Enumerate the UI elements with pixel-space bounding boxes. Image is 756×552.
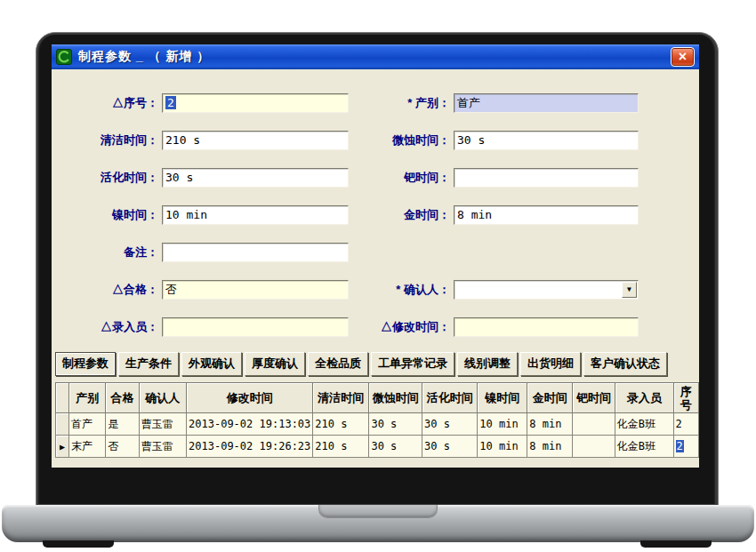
- cell[interactable]: 曹玉雷: [139, 436, 186, 458]
- column-header: 清洁时间: [313, 383, 369, 413]
- form-row-5: 备注：: [52, 243, 699, 262]
- weishi-input[interactable]: 30 s: [454, 131, 639, 150]
- tab-3[interactable]: 厚度确认: [245, 352, 305, 376]
- hege-input[interactable]: 否: [162, 280, 349, 300]
- column-header: 产别: [68, 383, 105, 413]
- qingjie-value: 210 s: [165, 133, 200, 147]
- grid: 产别合格确认人修改时间清洁时间微蚀时间活化时间镍时间金时间钯时间录入员序号首产是…: [55, 382, 699, 458]
- tab-1[interactable]: 生产条件: [118, 352, 179, 376]
- tab-0[interactable]: 制程参数: [55, 352, 116, 376]
- label-nietime: 镍时间：: [59, 205, 158, 225]
- hege-value: 否: [165, 283, 177, 296]
- column-header: 活化时间: [422, 383, 478, 413]
- row-selector-header: [56, 383, 69, 413]
- batime-input[interactable]: [454, 168, 639, 188]
- jintime-value: 8 min: [457, 208, 492, 221]
- cell[interactable]: 30 s: [422, 413, 478, 436]
- cell[interactable]: 化金B班: [615, 413, 673, 436]
- form-row-6: △合格： 否 * 确认人： ▼: [52, 280, 699, 300]
- column-header: 微蚀时间: [369, 383, 422, 413]
- row-selector-cell: [56, 413, 69, 436]
- label-beizhu: 备注：: [59, 243, 158, 262]
- column-header: 镍时间: [478, 383, 527, 413]
- table-row[interactable]: ▶末产否曹玉雷2013-09-02 19:26:23210 s30 s30 s1…: [56, 436, 699, 458]
- cell[interactable]: 10 min: [478, 436, 527, 458]
- chanbie-input[interactable]: 首产: [454, 93, 639, 113]
- title-bar: 制程参数 _ （ 新增 ） ×: [52, 44, 699, 69]
- cell[interactable]: 8 min: [527, 436, 573, 458]
- close-button[interactable]: ×: [671, 47, 695, 67]
- label-luruyuan: △录入员：: [59, 317, 158, 337]
- form-row-1: △序号： 2 * 产别： 首产: [52, 93, 699, 113]
- label-xuhao: △序号：: [59, 93, 158, 113]
- jintime-input[interactable]: 8 min: [454, 205, 639, 225]
- cell[interactable]: 曹玉雷: [139, 413, 186, 436]
- cell[interactable]: 化金B班: [615, 436, 673, 458]
- column-header: 合格: [106, 383, 139, 413]
- xuhao-selected-text: 2: [165, 96, 176, 109]
- cell[interactable]: [573, 436, 615, 458]
- form-row-3: 活化时间： 30 s 钯时间：: [52, 168, 699, 188]
- label-huohua: 活化时间：: [59, 168, 158, 188]
- tab-4[interactable]: 全检品质: [308, 352, 368, 376]
- current-row-marker: ▶: [56, 436, 69, 458]
- column-header: 序号: [673, 383, 698, 413]
- cell[interactable]: 30 s: [422, 436, 478, 458]
- window-title: 制程参数 _ （ 新增 ）: [78, 49, 210, 65]
- cell[interactable]: 30 s: [369, 413, 422, 436]
- window-process-params: 制程参数 _ （ 新增 ） × △序号： 2 * 产别： 首产 清洁时间： 21…: [52, 44, 699, 468]
- luruyuan-input[interactable]: [162, 317, 349, 337]
- cell[interactable]: 否: [106, 436, 139, 458]
- beizhu-input[interactable]: [162, 243, 349, 262]
- huohua-value: 30 s: [165, 171, 193, 184]
- app-icon: [56, 49, 72, 65]
- laptop-foot-right: [640, 540, 712, 548]
- tab-strip: 制程参数生产条件外观确认厚度确认全检品质工单异常记录线别调整出货明细客户确认状态: [55, 352, 699, 375]
- huohua-input[interactable]: 30 s: [162, 168, 349, 188]
- querenren-dropdown-button[interactable]: ▼: [622, 282, 637, 298]
- xiugai-input[interactable]: [454, 317, 639, 337]
- nietime-value: 10 min: [165, 208, 207, 221]
- cell[interactable]: [573, 413, 615, 436]
- cell[interactable]: 首产: [68, 413, 105, 436]
- nietime-input[interactable]: 10 min: [162, 205, 349, 225]
- column-header: 钯时间: [573, 383, 615, 413]
- form-row-2: 清洁时间： 210 s 微蚀时间： 30 s: [52, 131, 699, 150]
- cell[interactable]: 8 min: [527, 413, 573, 436]
- cell[interactable]: 10 min: [478, 413, 527, 436]
- column-header: 确认人: [139, 383, 186, 413]
- tab-2[interactable]: 外观确认: [181, 352, 242, 376]
- cell[interactable]: 210 s: [313, 436, 369, 458]
- label-xiugai: △修改时间：: [345, 317, 450, 337]
- tab-5[interactable]: 工单异常记录: [371, 352, 454, 376]
- chevron-down-icon: ▼: [627, 286, 631, 293]
- weishi-value: 30 s: [457, 133, 485, 147]
- cell[interactable]: 2: [673, 436, 698, 458]
- cell[interactable]: 是: [106, 413, 139, 436]
- laptop-notch: [318, 505, 438, 518]
- label-batime: 钯时间：: [345, 168, 450, 188]
- cell[interactable]: 210 s: [313, 413, 369, 436]
- cell[interactable]: 2013-09-02 19:13:03: [187, 413, 313, 436]
- label-hege: △合格：: [59, 280, 158, 300]
- tab-7[interactable]: 出货明细: [520, 352, 581, 376]
- cell[interactable]: 末产: [68, 436, 105, 458]
- tab-6[interactable]: 线别调整: [457, 352, 518, 376]
- form-row-7: △录入员： △修改时间：: [52, 317, 699, 337]
- chanbie-value: 首产: [457, 96, 480, 109]
- tab-8[interactable]: 客户确认状态: [583, 352, 667, 376]
- cell[interactable]: 30 s: [369, 436, 422, 458]
- label-querenren: * 确认人：: [345, 280, 450, 300]
- xuhao-input[interactable]: 2: [162, 93, 349, 113]
- records-table: 产别合格确认人修改时间清洁时间微蚀时间活化时间镍时间金时间钯时间录入员序号首产是…: [55, 382, 699, 458]
- table-row[interactable]: 首产是曹玉雷2013-09-02 19:13:03210 s30 s30 s10…: [56, 413, 699, 436]
- cell[interactable]: 2013-09-02 19:26:23: [187, 436, 313, 458]
- close-icon: ×: [679, 50, 687, 64]
- cell[interactable]: 2: [673, 413, 698, 436]
- label-jintime: 金时间：: [345, 205, 450, 225]
- laptop-mockup: 制程参数 _ （ 新增 ） × △序号： 2 * 产别： 首产 清洁时间： 21…: [0, 0, 756, 552]
- label-chanbie: * 产别：: [345, 93, 450, 113]
- laptop-foot-left: [43, 540, 114, 548]
- querenren-combobox[interactable]: ▼: [454, 280, 639, 300]
- qingjie-input[interactable]: 210 s: [162, 131, 349, 150]
